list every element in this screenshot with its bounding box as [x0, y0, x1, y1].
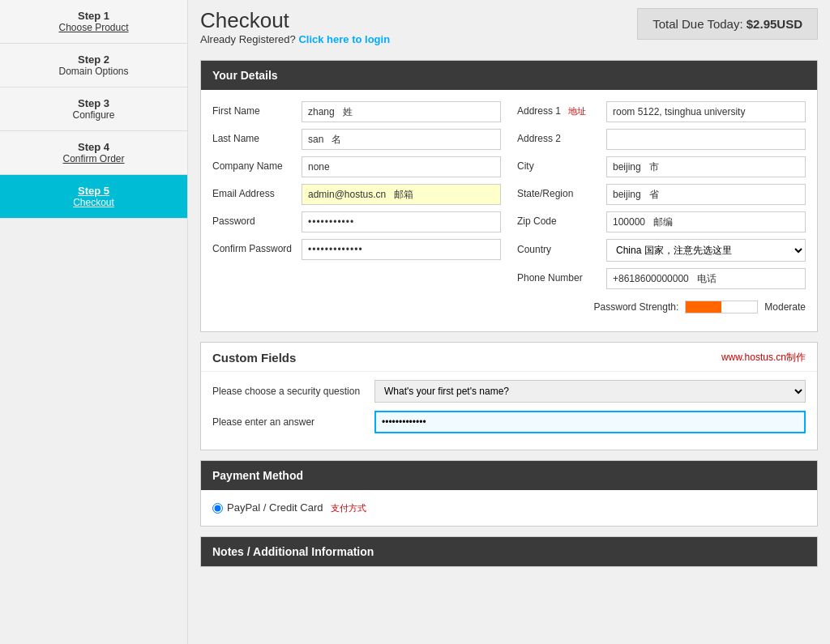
- address1-row: Address 1 地址: [517, 101, 806, 122]
- custom-fields-title: Custom Fields: [212, 351, 296, 365]
- custom-fields-section: Custom Fields www.hostus.cn制作 Please cho…: [200, 342, 818, 450]
- phone-row: Phone Number: [517, 268, 806, 289]
- phone-field: [606, 268, 806, 289]
- zip-field: [606, 211, 806, 232]
- password-input[interactable]: [302, 211, 501, 232]
- step5-label: Checkout: [8, 197, 179, 208]
- phone-input[interactable]: [606, 268, 806, 289]
- answer-row: Please enter an answer: [212, 411, 806, 433]
- confirm-password-row: Confirm Password: [212, 239, 501, 260]
- custom-fields-site: www.hostus.cn制作: [721, 351, 806, 365]
- address2-field: [606, 129, 806, 150]
- zip-input[interactable]: [606, 211, 806, 232]
- first-name-row: First Name: [212, 101, 501, 122]
- your-details-section: Your Details First Name Last Name: [200, 60, 818, 332]
- paypal-label: PayPal / Credit Card 支付方式: [227, 501, 366, 514]
- step2-label: Domain Options: [8, 66, 179, 77]
- email-row: Email Address: [212, 184, 501, 205]
- address1-label: Address 1 地址: [517, 105, 606, 118]
- left-column: First Name Last Name Company: [212, 101, 501, 296]
- country-label: Country: [517, 244, 606, 257]
- phone-label: Phone Number: [517, 272, 606, 285]
- city-row: City: [517, 156, 806, 177]
- sidebar-step-3[interactable]: Step 3 Configure: [0, 87, 187, 131]
- zip-label: Zip Code: [517, 215, 606, 228]
- confirm-password-label: Confirm Password: [212, 243, 302, 256]
- confirm-password-input[interactable]: [302, 239, 501, 260]
- first-name-input[interactable]: [302, 101, 501, 122]
- custom-fields-header: Custom Fields www.hostus.cn制作: [201, 343, 817, 372]
- total-amount: $2.95USD: [747, 17, 802, 31]
- last-name-label: Last Name: [212, 133, 302, 146]
- country-row: Country China 国家，注意先选这里 United States Un…: [517, 239, 806, 262]
- payment-option: PayPal / Credit Card 支付方式: [212, 501, 366, 514]
- page-title: Checkout Already Registered? Click here …: [200, 8, 390, 53]
- custom-fields-body: Please choose a security question What's…: [201, 372, 817, 450]
- zip-row: Zip Code: [517, 211, 806, 232]
- security-question-select[interactable]: What's your first pet's name? What city …: [374, 380, 806, 403]
- company-label: Company Name: [212, 160, 302, 173]
- sidebar: Step 1 Choose Product Step 2 Domain Opti…: [0, 0, 188, 644]
- step4-label: Confirm Order: [8, 153, 179, 164]
- city-field: [606, 156, 806, 177]
- address1-input[interactable]: [606, 101, 806, 122]
- address1-field: [606, 101, 806, 122]
- answer-label: Please enter an answer: [212, 416, 374, 428]
- step5-num: Step 5: [8, 185, 179, 197]
- confirm-password-field: [302, 239, 501, 260]
- last-name-input[interactable]: [302, 129, 501, 150]
- notes-section: Notes / Additional Information: [200, 536, 818, 567]
- strength-bar-filled: [686, 301, 721, 313]
- password-strength-row: Password Strength: Moderate: [212, 301, 806, 313]
- answer-input[interactable]: [374, 411, 806, 433]
- total-due-box: Total Due Today: $2.95USD: [637, 8, 818, 40]
- state-row: State/Region: [517, 184, 806, 205]
- payment-body: PayPal / Credit Card 支付方式: [201, 490, 817, 526]
- security-question-field: What's your first pet's name? What city …: [374, 380, 806, 403]
- answer-field: [374, 411, 806, 433]
- paypal-radio[interactable]: [212, 503, 223, 514]
- right-column: Address 1 地址 Address 2: [517, 101, 806, 296]
- sidebar-step-2[interactable]: Step 2 Domain Options: [0, 44, 187, 87]
- details-form-grid: First Name Last Name Company: [212, 101, 806, 296]
- state-input[interactable]: [606, 184, 806, 205]
- step3-num: Step 3: [8, 97, 179, 109]
- first-name-field: [302, 101, 501, 122]
- strength-label: Password Strength:: [594, 301, 679, 313]
- email-field: [302, 184, 501, 205]
- email-input[interactable]: [302, 184, 501, 205]
- step4-num: Step 4: [8, 141, 179, 153]
- last-name-field: [302, 129, 501, 150]
- country-field: China 国家，注意先选这里 United States United Kin…: [606, 239, 806, 262]
- country-select[interactable]: China 国家，注意先选这里 United States United Kin…: [606, 239, 806, 262]
- first-name-label: First Name: [212, 105, 302, 118]
- already-registered-text: Already Registered? Click here to login: [200, 33, 390, 45]
- sidebar-step-5[interactable]: Step 5 Checkout: [0, 175, 187, 219]
- address2-row: Address 2: [517, 129, 806, 150]
- strength-bar: [685, 301, 758, 313]
- security-question-row: Please choose a security question What's…: [212, 380, 806, 403]
- sidebar-step-4[interactable]: Step 4 Confirm Order: [0, 131, 187, 175]
- sidebar-step-1[interactable]: Step 1 Choose Product: [0, 0, 187, 44]
- address2-label: Address 2: [517, 133, 606, 146]
- strength-bar-empty: [721, 301, 757, 313]
- state-label: State/Region: [517, 188, 606, 201]
- company-field: [302, 156, 501, 177]
- step2-num: Step 2: [8, 53, 179, 66]
- payment-method-section: Payment Method PayPal / Credit Card 支付方式: [200, 460, 818, 527]
- password-field: [302, 211, 501, 232]
- payment-method-header: Payment Method: [201, 461, 817, 490]
- company-input[interactable]: [302, 156, 501, 177]
- notes-header: Notes / Additional Information: [201, 537, 817, 566]
- city-label: City: [517, 160, 606, 173]
- login-link[interactable]: Click here to login: [298, 33, 390, 45]
- page-header: Checkout Already Registered? Click here …: [200, 8, 818, 53]
- city-input[interactable]: [606, 156, 806, 177]
- step3-label: Configure: [8, 109, 179, 121]
- your-details-body: First Name Last Name Company: [201, 90, 817, 331]
- address2-input[interactable]: [606, 129, 806, 150]
- strength-text: Moderate: [764, 301, 806, 313]
- state-field: [606, 184, 806, 205]
- your-details-header: Your Details: [201, 61, 817, 90]
- step1-num: Step 1: [8, 10, 179, 22]
